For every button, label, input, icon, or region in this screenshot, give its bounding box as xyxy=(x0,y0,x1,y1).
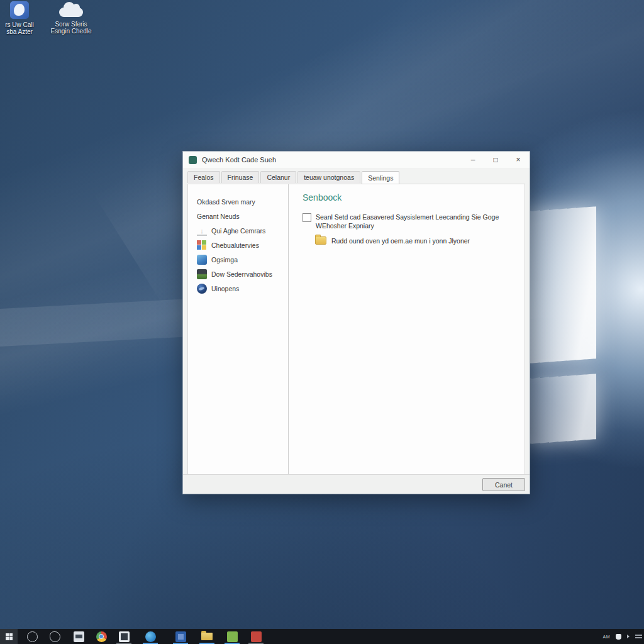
desktop-icon-label: rs Uw Cali sba Azter xyxy=(0,21,40,35)
blue-app-icon xyxy=(10,1,29,19)
dialog-footer: Canet xyxy=(183,474,530,494)
windows-logo-pane xyxy=(530,374,596,443)
titlebar[interactable]: Qwech Kodt Cade Sueh – □ × xyxy=(183,152,530,168)
sidebar-item-2[interactable]: Genant Neuds xyxy=(188,209,288,223)
settings-dialog: Qwech Kodt Cade Sueh – □ × Fealos Frinua… xyxy=(182,151,530,494)
start-button[interactable] xyxy=(0,629,18,644)
sidebar-item-7[interactable]: Uinopens xyxy=(188,281,288,296)
cortana-button[interactable] xyxy=(45,629,64,644)
edge-icon xyxy=(145,631,156,642)
sidebar-item-4[interactable]: Chebualutervies xyxy=(188,238,288,252)
green-app-icon xyxy=(227,631,238,642)
yellow-folder-icon xyxy=(315,236,326,245)
checkbox-row[interactable]: Seanl Setd cad Easavered Saysislemert Le… xyxy=(303,213,513,230)
dialog-body: Okdasd Srven mary Genant Neuds ↓ Qui Agh… xyxy=(187,184,525,475)
download-icon: ↓ xyxy=(197,226,207,236)
sidebar: Okdasd Srven mary Genant Neuds ↓ Qui Agh… xyxy=(188,184,289,475)
window-title: Qwech Kodt Cade Sueh xyxy=(202,156,276,164)
green-app-button[interactable] xyxy=(223,629,242,644)
taskbar: AM xyxy=(0,629,644,644)
task-view-button[interactable] xyxy=(23,629,42,644)
tab-4[interactable]: teuaw unotgnoas xyxy=(297,171,360,183)
file-explorer-icon xyxy=(74,631,84,642)
system-tray: AM xyxy=(603,629,644,644)
desktop-icon-1[interactable]: rs Uw Cali sba Azter xyxy=(0,1,40,35)
picture-icon xyxy=(197,255,207,265)
desktop-icon-2[interactable]: Sorw Sferis Esngin Chedle xyxy=(50,0,92,35)
sidebar-item-1[interactable]: Okdasd Srven mary xyxy=(188,194,288,209)
photo-icon xyxy=(197,269,207,279)
maximize-button[interactable]: □ xyxy=(484,152,507,168)
tray-clock[interactable] xyxy=(635,635,642,638)
folder-icon xyxy=(201,633,213,640)
red-app-icon xyxy=(251,631,262,642)
sidebar-item-3[interactable]: ↓ Qui Aghe Cemrars xyxy=(188,223,288,238)
tab-1[interactable]: Fealos xyxy=(187,171,220,183)
checkbox-label: Seanl Setd cad Easavered Saysislemert Le… xyxy=(316,213,499,230)
folder-window-button[interactable] xyxy=(197,629,216,644)
app-icon xyxy=(189,156,197,164)
tab-3[interactable]: Celanur xyxy=(260,171,296,183)
windows-start-icon xyxy=(6,633,13,640)
desktop-icon-label: Sorw Sferis Esngin Chedle xyxy=(50,21,92,35)
cortana-icon xyxy=(50,631,60,642)
chrome-icon xyxy=(96,631,107,642)
checkbox[interactable] xyxy=(303,213,311,222)
windows-logo xyxy=(530,206,596,443)
window-controls: – □ × xyxy=(462,152,530,168)
section-heading: Senboock xyxy=(303,192,513,203)
close-button[interactable]: × xyxy=(507,152,530,168)
file-explorer-button[interactable] xyxy=(69,629,88,644)
globe-icon xyxy=(197,284,207,294)
tiles-icon xyxy=(197,240,207,250)
edge-button[interactable] xyxy=(141,629,160,644)
tab-2[interactable]: Frinuase xyxy=(221,171,260,183)
tray-expand-icon[interactable] xyxy=(627,635,630,638)
chrome-button[interactable] xyxy=(92,629,111,644)
sidebar-item-5[interactable]: Ogsimga xyxy=(188,252,288,267)
photos-icon xyxy=(119,631,130,642)
folder-label: Rudd ound oven yd oem.ae mun i yonn Jlyo… xyxy=(331,237,470,245)
cloud-icon xyxy=(59,8,83,17)
red-app-button[interactable] xyxy=(247,629,265,644)
photos-button[interactable] xyxy=(114,629,133,644)
store-button[interactable] xyxy=(171,629,190,644)
desktop: rs Uw Cali sba Azter Sorw Sferis Esngin … xyxy=(0,0,644,644)
store-icon xyxy=(175,631,186,642)
tab-bar: Fealos Frinuase Celanur teuaw unotgnoas … xyxy=(183,168,530,183)
minimize-button[interactable]: – xyxy=(462,152,484,168)
settings-panel: Senboock Seanl Setd cad Easavered Saysis… xyxy=(289,184,525,475)
task-view-icon xyxy=(27,631,38,642)
windows-logo-pane xyxy=(530,206,596,363)
tab-settings[interactable]: Senlings xyxy=(362,171,399,184)
tray-text: AM xyxy=(603,635,611,639)
notification-icon[interactable] xyxy=(616,634,621,640)
cancel-button[interactable]: Canet xyxy=(482,478,525,491)
sidebar-item-6[interactable]: Dow Sederrvahovibs xyxy=(188,267,288,281)
folder-row[interactable]: Rudd ound oven yd oem.ae mun i yonn Jlyo… xyxy=(315,236,513,245)
